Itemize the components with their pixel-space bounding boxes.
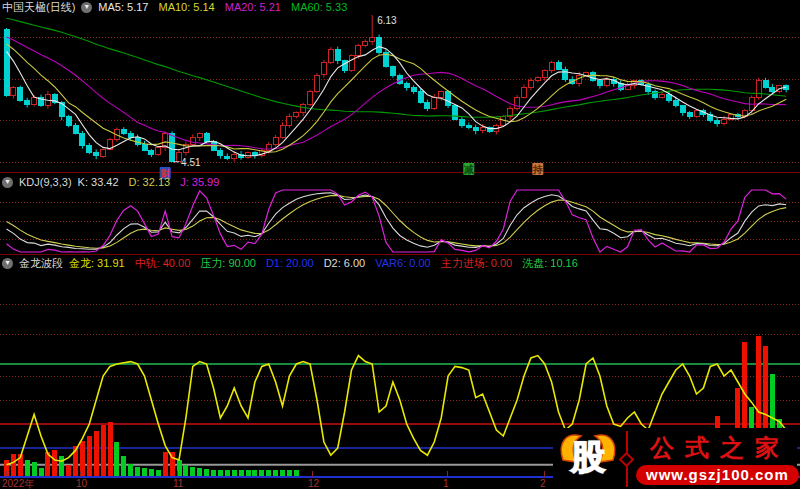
main-chart-header: 中国天楹(日线) ▾ MA5: 5.17MA10: 5.14MA20: 5.21… <box>2 1 347 14</box>
axis-month-label: 2022年 <box>2 478 34 489</box>
chart-title: 中国天楹(日线) <box>2 1 75 14</box>
signal-badge: 持 <box>532 163 544 175</box>
svg-text:持: 持 <box>532 164 543 175</box>
indicator-reading: D1: 20.00 <box>266 257 314 270</box>
kdj-title: KDJ(9,3,3) <box>19 176 72 189</box>
jinlong-title: 金龙波段 <box>19 257 63 270</box>
stock-character: 股 <box>571 437 605 478</box>
gridlines <box>0 37 800 400</box>
indicator-reading: MA20: 5.21 <box>225 1 281 14</box>
indicator-reading: 中轨: 40.00 <box>135 257 191 270</box>
indicator-reading: 金龙: 31.91 <box>69 257 125 270</box>
indicator-reading: MA5: 5.17 <box>98 1 148 14</box>
collapse-chevron-icon[interactable]: ▾ <box>2 258 13 269</box>
indicator-reading: 压力: 90.00 <box>200 257 256 270</box>
kdj-panel-header: ▾ KDJ(9,3,3) K: 33.42D: 32.13J: 35.99 <box>2 176 219 189</box>
indicator-reading: K: 33.42 <box>78 176 119 189</box>
jinlong-panel-header: ▾ 金龙波段 金龙: 31.91中轨: 40.00压力: 90.00D1: 20… <box>2 257 578 270</box>
bull-stock-logo: 股 <box>555 430 621 488</box>
svg-text:减: 减 <box>464 164 474 175</box>
brand-url[interactable]: www.gszj100.com <box>636 465 799 485</box>
app-window: 6.134.51财减持 中国天楹(日线) ▾ MA5: 5.17MA10: 5.… <box>0 0 800 489</box>
axis-month-label: 11 <box>173 478 183 489</box>
peak-price-label: 6.13 <box>377 15 397 26</box>
indicator-reading: J: 35.99 <box>180 176 219 189</box>
signal-badge: 减 <box>463 163 474 175</box>
indicator-reading: MA10: 5.14 <box>158 1 214 14</box>
indicator-reading: VAR6: 0.00 <box>375 257 430 270</box>
indicator-reading: D2: 6.00 <box>324 257 366 270</box>
jinlong-readings: 金龙: 31.91中轨: 40.00压力: 90.00D1: 20.00D2: … <box>69 257 578 270</box>
kdj-readings: K: 33.42D: 32.13J: 35.99 <box>78 176 220 189</box>
axis-month-label: 2 <box>540 478 546 489</box>
trough-price-label: 4.51 <box>181 157 201 168</box>
brand-logo[interactable]: 股 公式之家 www.gszj100.com <box>553 428 797 489</box>
logo-divider <box>626 431 628 487</box>
collapse-chevron-icon[interactable]: ▾ <box>81 2 92 13</box>
brand-name: 公式之家 <box>645 432 790 464</box>
axis-month-label: 10 <box>76 478 87 489</box>
ma-readings: MA5: 5.17MA10: 5.14MA20: 5.21MA60: 5.33 <box>98 1 347 14</box>
indicator-reading: MA60: 5.33 <box>291 1 347 14</box>
indicator-reading: 主力进场: 0.00 <box>441 257 513 270</box>
indicator-reading: 洗盘: 10.16 <box>522 257 578 270</box>
chart-canvas[interactable]: 6.134.51财减持 <box>0 0 800 489</box>
axis-month-label: 12 <box>308 478 319 489</box>
indicator-reading: D: 32.13 <box>129 176 171 189</box>
collapse-chevron-icon[interactable]: ▾ <box>2 177 13 188</box>
diamond-icon <box>619 451 635 467</box>
axis-month-label: 1 <box>443 478 449 489</box>
